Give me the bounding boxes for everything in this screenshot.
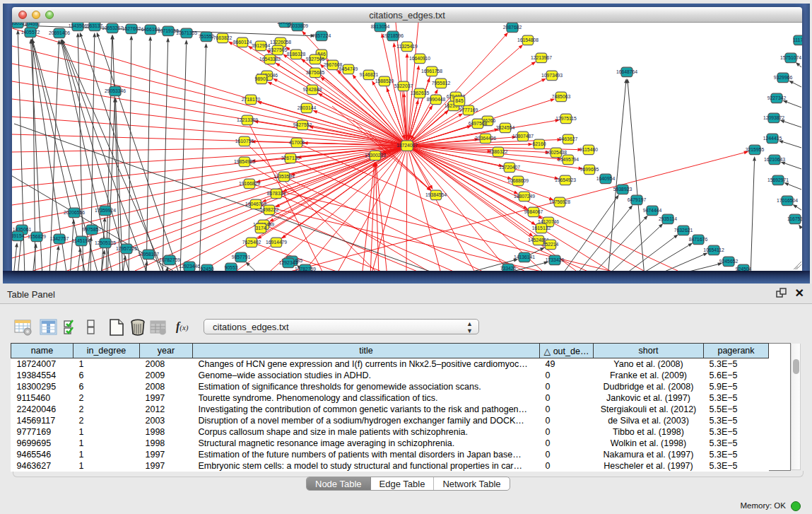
svg-text:1640954: 1640954 [596,176,616,181]
svg-text:7485063: 7485063 [552,94,571,99]
svg-text:12505135: 12505135 [95,240,116,245]
svg-text:1610755: 1610755 [235,139,254,144]
svg-text:19756928: 19756928 [549,199,570,204]
svg-text:17016504: 17016504 [777,198,798,203]
svg-text:16961758: 16961758 [421,69,442,74]
svg-text:417006: 417006 [289,140,305,145]
svg-text:3912954: 3912954 [252,43,271,48]
svg-text:5498222: 5498222 [260,207,279,212]
svg-text:10025438: 10025438 [546,150,567,155]
svg-text:39154: 39154 [12,233,25,238]
svg-text:8454749: 8454749 [339,66,358,71]
svg-text:3174: 3174 [255,226,266,230]
svg-text:20206556: 20206556 [64,210,85,215]
svg-text:963137: 963137 [87,23,103,28]
svg-text:1588520: 1588520 [375,78,394,83]
svg-text:8990448: 8990448 [427,97,446,102]
svg-text:252214: 252214 [543,242,559,247]
svg-text:90553: 90553 [225,265,238,270]
svg-text:9227342: 9227342 [767,95,787,100]
svg-text:16914479: 16914479 [266,240,287,245]
svg-text:15720407: 15720407 [499,165,520,170]
svg-text:62160: 62160 [533,141,546,146]
svg-text:9857791: 9857791 [232,255,251,259]
svg-text:10807487: 10807487 [512,134,534,139]
svg-text:7625402: 7625402 [242,240,261,245]
svg-text:7857224: 7857224 [312,33,331,38]
svg-text:7632621: 7632621 [674,228,693,233]
svg-text:10782759: 10782759 [295,267,316,271]
svg-text:1343506: 1343506 [69,23,88,28]
svg-text:12213369: 12213369 [237,117,258,122]
svg-text:1156829: 1156829 [28,234,46,239]
svg-text:9699695: 9699695 [580,167,599,172]
svg-text:9084067: 9084067 [524,209,543,214]
svg-text:1145194: 1145194 [72,238,90,243]
svg-text:6479197: 6479197 [628,197,647,202]
svg-text:9329966: 9329966 [774,75,793,80]
svg-text:16648764: 16648764 [616,69,637,74]
svg-text:16033809: 16033809 [287,23,308,28]
svg-text:10973493: 10973493 [541,73,563,78]
svg-text:9975857: 9975857 [83,227,102,232]
svg-text:18724007: 18724007 [396,143,418,148]
svg-text:9327505: 9327505 [269,47,288,52]
svg-text:2087682: 2087682 [503,25,522,30]
svg-text:17957225: 17957225 [116,246,137,251]
svg-text:733426: 733426 [500,266,517,271]
svg-text:11325419: 11325419 [396,44,418,49]
svg-text:12975115: 12975115 [555,116,577,121]
svg-text:16046768: 16046768 [245,201,266,206]
svg-text:1244415: 1244415 [763,136,782,141]
svg-text:1733426: 1733426 [546,257,565,262]
svg-text:18807249: 18807249 [514,194,535,199]
svg-text:19166829: 19166829 [239,181,260,186]
svg-text:14136141: 14136141 [514,255,535,259]
svg-text:6497568: 6497568 [469,121,488,126]
svg-text:92450: 92450 [201,267,214,271]
svg-text:7663822: 7663822 [213,35,233,40]
svg-text:751552: 751552 [199,34,215,39]
svg-text:12213967: 12213967 [531,55,552,60]
svg-text:9463627: 9463627 [559,136,578,141]
svg-text:19654923: 19654923 [555,177,576,182]
svg-text:20691406: 20691406 [49,30,70,35]
svg-text:19384554: 19384554 [425,192,447,197]
svg-text:12923446: 12923446 [179,264,200,269]
svg-text:5322037: 5322037 [394,83,413,88]
svg-text:3875685: 3875685 [306,70,325,75]
svg-text:9474444: 9474444 [643,208,662,213]
svg-text:15751074: 15751074 [780,55,801,60]
svg-text:9146821: 9146821 [360,72,379,77]
svg-text:2718170: 2718170 [242,97,261,102]
svg-text:98901: 98901 [255,76,269,81]
svg-text:845: 845 [455,98,464,103]
svg-text:116753: 116753 [787,216,802,221]
svg-text:29053346: 29053346 [105,88,126,93]
svg-text:8813054: 8813054 [371,24,390,29]
svg-text:8471676: 8471676 [689,237,708,242]
svg-text:15495794: 15495794 [558,157,579,162]
svg-text:2935114: 2935114 [659,216,677,221]
svg-text:1405572: 1405572 [21,30,40,35]
svg-text:11353594: 11353594 [273,174,295,179]
svg-text:1527602: 1527602 [122,26,141,31]
svg-text:2803144: 2803144 [298,105,317,110]
svg-text:16782759: 16782759 [159,257,180,262]
svg-text:7386322: 7386322 [489,149,508,154]
svg-text:19854985: 19854985 [234,159,255,164]
svg-text:16640910: 16640910 [409,56,430,61]
svg-text:19218596: 19218596 [382,33,404,38]
svg-text:1342757: 1342757 [50,236,69,241]
svg-text:10653267: 10653267 [102,25,123,30]
svg-text:10958107: 10958107 [138,252,159,257]
svg-text:8660124: 8660124 [233,40,252,45]
svg-text:11173: 11173 [793,37,802,42]
svg-text:924504: 924504 [736,267,752,271]
svg-text:15300233: 15300233 [365,153,386,158]
svg-text:5938923: 5938923 [613,187,632,192]
svg-text:16154808: 16154808 [517,37,539,42]
svg-text:9427552: 9427552 [293,122,312,127]
svg-text:3215955: 3215955 [746,147,765,152]
svg-text:13226058: 13226058 [270,40,291,45]
